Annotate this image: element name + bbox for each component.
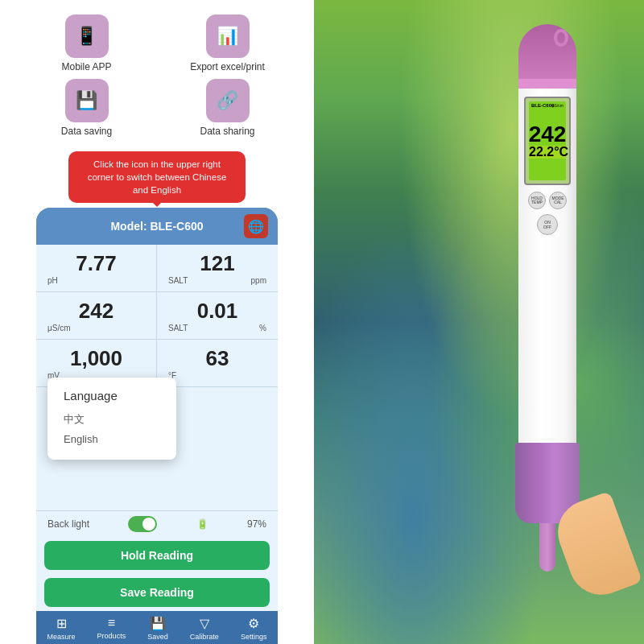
backlight-label: Back light	[47, 518, 89, 530]
feature-data-saving: 💾 Data saving	[24, 79, 149, 137]
salt-ppm-value: 121	[168, 251, 266, 276]
nav-saved[interactable]: 💾 Saved	[147, 616, 168, 641]
device-main-value: 242	[529, 123, 567, 146]
device-display-unit: μS/cm	[552, 103, 564, 108]
app-header-title: Model: BLE-C600	[70, 220, 244, 233]
hold-temp-button[interactable]: HOLD TEMP	[528, 192, 546, 209]
mobile-app-icon: 📱	[65, 14, 109, 58]
readings-grid: 7.77 pH 121 SALT ppm 242 μS/cm	[36, 245, 278, 387]
reading-conductivity: 242 μS/cm	[36, 292, 157, 340]
language-option-english[interactable]: English	[64, 430, 160, 448]
products-icon: ≡	[108, 616, 115, 630]
battery-percent: 97%	[247, 518, 266, 530]
save-reading-button[interactable]: Save Reading	[44, 578, 270, 607]
phone-mockup: Model: BLE-C600 🌐 7.77 pH 121 SALT pp	[36, 208, 278, 644]
mv-value: 1,000	[47, 346, 145, 371]
conductivity-unit: μS/cm	[47, 324, 71, 332]
pen-loop	[554, 29, 568, 47]
reading-ph: 7.77 pH	[36, 245, 157, 292]
pen-body: BLE-C600 μS/cm 242 22.2°C HOLD TEMP MODE…	[518, 89, 576, 443]
feature-export-excel: 📊 Export excel/print	[165, 14, 290, 72]
features-grid: 📱 Mobile APP 📊 Export excel/print 💾 Data…	[8, 14, 306, 137]
export-label: Export excel/print	[190, 61, 265, 72]
salt-label: SALT	[168, 276, 188, 285]
pen-tip	[539, 523, 555, 572]
save-icon: 💾	[65, 79, 109, 122]
pen-device: BLE-C600 μS/cm 242 22.2°C HOLD TEMP MODE…	[499, 24, 596, 572]
language-popup-title: Language	[64, 389, 160, 402]
saved-label: Saved	[147, 633, 168, 641]
ph-label: pH	[47, 276, 58, 285]
calibrate-icon: ▽	[200, 616, 209, 631]
salt-percent-label: SALT	[168, 324, 188, 332]
nav-calibrate[interactable]: ▽ Calibrate	[190, 616, 219, 641]
backlight-toggle[interactable]	[128, 516, 157, 532]
salt-percent-value: 0.01	[168, 299, 266, 324]
device-temp-value: 22.2°C	[529, 146, 566, 159]
language-popup[interactable]: Language 中文 English	[47, 378, 176, 460]
export-icon: 📊	[206, 14, 250, 58]
pen-cap	[518, 24, 576, 89]
pen-cap-ring	[518, 79, 576, 89]
nav-measure[interactable]: ⊞ Measure	[47, 616, 76, 641]
reading-salt-percent: 0.01 SALT %	[157, 292, 278, 340]
app-content: 7.77 pH 121 SALT ppm 242 μS/cm	[36, 245, 278, 611]
left-panel: 📱 Mobile APP 📊 Export excel/print 💾 Data…	[0, 0, 314, 644]
ph-value: 7.77	[47, 251, 145, 276]
pen-control-buttons: HOLD TEMP MODE CAL	[528, 192, 567, 209]
globe-button[interactable]: 🌐	[244, 214, 268, 238]
percent-unit: %	[259, 324, 266, 332]
data-sharing-label: Data sharing	[200, 126, 254, 137]
app-header: Model: BLE-C600 🌐	[36, 208, 278, 245]
nav-products[interactable]: ≡ Products	[97, 616, 126, 641]
backlight-row: Back light 🔋 97%	[36, 510, 278, 537]
pen-display-screen: BLE-C600 μS/cm 242 22.2°C	[529, 101, 566, 180]
hold-reading-button[interactable]: Hold Reading	[44, 541, 270, 570]
battery-icon: 🔋	[196, 518, 208, 530]
feature-mobile-app: 📱 Mobile APP	[24, 14, 149, 72]
settings-icon: ⚙	[248, 616, 259, 631]
feature-data-sharing: 🔗 Data sharing	[165, 79, 290, 137]
products-label: Products	[97, 632, 126, 640]
val-63: 63	[168, 346, 266, 371]
device-brand: BLE-C600	[531, 103, 554, 108]
language-option-chinese[interactable]: 中文	[64, 409, 160, 430]
tooltip-text: Click the icon in the upper right corner…	[88, 159, 227, 195]
saved-icon: 💾	[150, 616, 166, 631]
right-panel: BLE-C600 μS/cm 242 22.2°C HOLD TEMP MODE…	[314, 0, 644, 644]
reading-salt-ppm: 121 SALT ppm	[157, 245, 278, 292]
mobile-app-label: Mobile APP	[61, 61, 111, 72]
conductivity-value: 242	[47, 299, 145, 324]
toggle-knob	[142, 518, 155, 530]
settings-label: Settings	[241, 633, 267, 641]
on-off-button[interactable]: ON OFF	[537, 214, 558, 235]
ppm-unit: ppm	[251, 276, 266, 285]
measure-icon: ⊞	[56, 616, 67, 631]
bottom-nav: ⊞ Measure ≡ Products 💾 Saved ▽ Calibrate…	[36, 611, 278, 644]
data-saving-label: Data saving	[61, 126, 112, 137]
mode-cal-button[interactable]: MODE CAL	[549, 192, 567, 209]
tooltip-bubble: Click the icon in the upper right corner…	[68, 151, 246, 203]
nav-settings[interactable]: ⚙ Settings	[241, 616, 267, 641]
share-icon: 🔗	[206, 79, 250, 122]
pen-display: BLE-C600 μS/cm 242 22.2°C	[524, 97, 571, 185]
calibrate-label: Calibrate	[190, 633, 219, 641]
measure-label: Measure	[47, 633, 76, 641]
